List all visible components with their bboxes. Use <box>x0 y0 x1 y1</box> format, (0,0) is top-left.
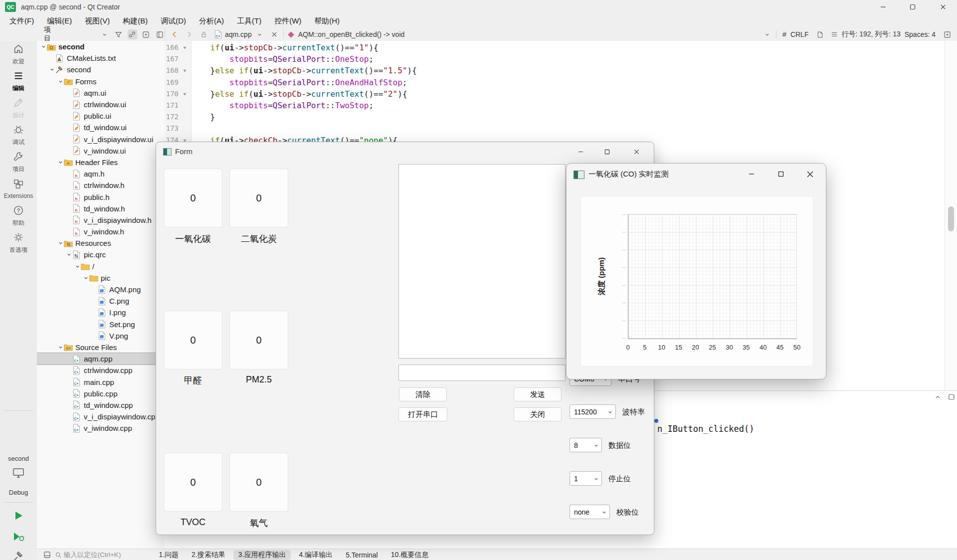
list-icon[interactable] <box>829 29 839 39</box>
tree-item-pic[interactable]: pic <box>37 272 165 284</box>
mode-首选项[interactable]: 首选项 <box>0 229 37 256</box>
build-config-name[interactable]: Debug <box>0 489 37 496</box>
mode-extensions[interactable]: Extensions <box>0 176 37 202</box>
filter-icon[interactable] <box>114 29 123 39</box>
tree-expand-chevron-icon[interactable] <box>74 264 81 269</box>
tree-item-v-iwindow.h[interactable]: hv_iwindow.h <box>37 226 165 237</box>
tree-expand-chevron-icon[interactable] <box>40 44 47 49</box>
symbol-chevron-down-icon[interactable] <box>762 29 772 39</box>
fold-marker-icon[interactable] <box>179 88 191 100</box>
fold-marker-icon[interactable] <box>179 65 191 76</box>
output-tab-2[interactable]: 2.搜索结果 <box>187 550 230 560</box>
editor-scrollbar[interactable] <box>945 41 957 390</box>
clear-button[interactable]: 清除 <box>399 387 447 401</box>
tree-item-ctrlwindow.cpp[interactable]: C+ctrlwindow.cpp <box>37 365 165 376</box>
menu-item-4[interactable]: 构建(B) <box>116 14 154 28</box>
mode-编辑[interactable]: 编辑 <box>0 68 37 95</box>
open-document-name[interactable]: aqm.cpp <box>225 30 252 38</box>
tree-item-td-window.cpp[interactable]: C+td_window.cpp <box>37 399 165 411</box>
tree-item-v-i-dispiaywindow.ui[interactable]: v_i_dispiaywindow.ui <box>37 134 165 145</box>
mode-设计[interactable]: 设计 <box>0 95 37 122</box>
sync-with-editor-icon[interactable] <box>128 29 137 39</box>
cursor-position-indicator[interactable]: 行号: 192, 列号: 13 <box>841 30 900 39</box>
select-停止位[interactable]: 1 <box>570 471 602 486</box>
window-close-button[interactable] <box>932 0 955 14</box>
tree-item-aqm.ui[interactable]: aqm.ui <box>37 87 165 99</box>
mode-调试[interactable]: 调试 <box>0 122 37 149</box>
tree-expand-chevron-icon[interactable] <box>48 67 55 72</box>
split-editor-icon[interactable] <box>942 29 952 39</box>
tree-item--[interactable]: / <box>37 261 165 272</box>
close-serial-button[interactable]: 关闭 <box>514 407 562 421</box>
pane-window-icon[interactable] <box>947 393 957 401</box>
forward-icon[interactable] <box>184 29 194 39</box>
tree-item-i.png[interactable]: I.png <box>37 307 165 318</box>
tree-expand-chevron-icon[interactable] <box>57 241 64 245</box>
current-symbol-combo[interactable]: AQM::on_openBt_clicked() -> void <box>298 30 405 38</box>
annotation-toggle[interactable]: # <box>782 30 786 38</box>
encoding-doc-icon[interactable] <box>815 29 825 39</box>
output-tab-3[interactable]: 3.应用程序输出 <box>233 550 291 560</box>
code-line-168[interactable]: 168 }else if(ui->stopCb->currentText()==… <box>165 65 945 76</box>
tree-item-public.h[interactable]: hpublic.h <box>37 191 165 202</box>
menu-item-7[interactable]: 工具(T) <box>230 14 268 28</box>
mode-欢迎[interactable]: 欢迎 <box>0 41 37 68</box>
window-minimize-button[interactable] <box>872 0 895 14</box>
document-chevron-down-icon[interactable] <box>255 29 265 39</box>
menu-item-9[interactable]: 帮助(H) <box>308 14 346 28</box>
output-tab-6[interactable]: 10.概要信息 <box>386 550 433 560</box>
menu-item-5[interactable]: 调试(D) <box>154 14 192 28</box>
co-close-button[interactable] <box>798 164 821 185</box>
tree-expand-chevron-icon[interactable] <box>57 79 64 84</box>
tree-expand-chevron-icon[interactable] <box>57 345 64 350</box>
back-icon[interactable] <box>170 29 180 39</box>
split-add-icon[interactable] <box>142 29 151 39</box>
tree-item-td-window.h[interactable]: htd_window.h <box>37 203 165 214</box>
tree-item-td-window.ui[interactable]: td_window.ui <box>37 122 165 133</box>
code-line-171[interactable]: 171 stopbits=QSerialPort::TwoStop; <box>165 100 945 111</box>
tree-item-aqm.h[interactable]: haqm.h <box>37 168 165 180</box>
chevron-down-icon[interactable] <box>100 29 109 39</box>
sidebar-toggle-icon[interactable] <box>155 29 165 39</box>
unlock-icon[interactable] <box>198 29 208 39</box>
tree-item-forms[interactable]: Forms <box>37 76 165 87</box>
co-maximize-button[interactable] <box>769 164 792 185</box>
fold-marker-icon[interactable] <box>179 42 191 53</box>
build-button[interactable] <box>0 551 37 560</box>
locator-input[interactable]: 输入以定位(Ctrl+K) <box>55 551 121 560</box>
select-波特率[interactable]: 115200 <box>570 404 616 419</box>
run-button[interactable] <box>0 510 37 522</box>
code-line-169[interactable]: 169 stopbits=QSerialPort::OneAndHalfStop… <box>165 77 945 88</box>
tree-item-header-files[interactable]: hHeader Files <box>37 157 165 168</box>
send-input[interactable] <box>398 365 566 381</box>
tree-expand-chevron-icon[interactable] <box>57 160 64 165</box>
select-数据位[interactable]: 8 <box>570 438 602 452</box>
output-tab-1[interactable]: 1.问题 <box>154 550 184 560</box>
close-document-icon[interactable] <box>269 29 279 39</box>
tree-item-resources[interactable]: Resources <box>37 237 165 249</box>
tree-item-public.cpp[interactable]: C+public.cpp <box>37 388 165 399</box>
tree-item-public.ui[interactable]: public.ui <box>37 110 165 122</box>
indentation-indicator[interactable]: Spaces: 4 <box>905 30 936 38</box>
tree-item-main.cpp[interactable]: C+main.cpp <box>37 376 165 387</box>
serial-log-textarea[interactable] <box>398 164 566 359</box>
menu-item-6[interactable]: 分析(A) <box>192 14 230 28</box>
tree-expand-chevron-icon[interactable] <box>65 252 72 257</box>
tree-item-ctrlwindow.ui[interactable]: ctrlwindow.ui <box>37 99 165 110</box>
mode-项目[interactable]: 项目 <box>0 149 37 176</box>
code-line-170[interactable]: 170 }else if(ui->stopCb->currentText()==… <box>165 88 945 100</box>
tree-item-v.png[interactable]: V.png <box>37 330 165 342</box>
code-line-172[interactable]: 172 } <box>165 111 945 123</box>
menu-item-1[interactable]: 文件(F) <box>3 14 40 28</box>
menu-item-3[interactable]: 视图(V) <box>78 14 116 28</box>
code-line-173[interactable]: 173 <box>165 123 945 134</box>
window-maximize-button[interactable] <box>901 0 924 14</box>
active-project-name[interactable]: second <box>0 455 37 462</box>
scrollbar-thumb[interactable] <box>948 206 954 231</box>
tree-item-second[interactable]: second <box>37 41 165 52</box>
form-maximize-button[interactable] <box>596 142 618 161</box>
tree-expand-chevron-icon[interactable] <box>82 276 89 280</box>
send-button[interactable]: 发送 <box>514 387 562 401</box>
tree-item-v-i-dispiaywindow.cpp[interactable]: C+v_i_dispiaywindow.cpp <box>37 411 165 422</box>
select-校验位[interactable]: none <box>570 505 610 519</box>
